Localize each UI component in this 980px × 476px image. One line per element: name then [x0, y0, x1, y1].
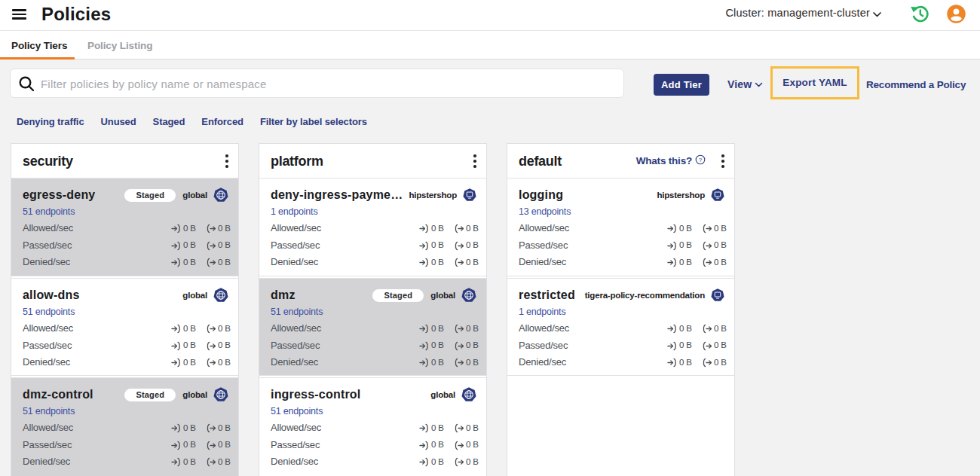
- svg-text:?: ?: [699, 157, 703, 163]
